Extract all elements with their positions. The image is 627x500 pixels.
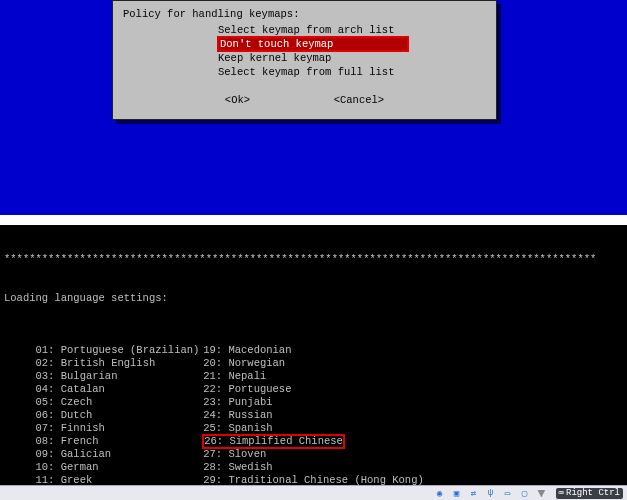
list-item: 23: Punjabi	[203, 396, 443, 409]
dialog-title: Policy for handling keymaps:	[123, 7, 486, 21]
list-item: 06: Dutch	[29, 409, 203, 422]
list-item: 19: Macedonian	[203, 344, 443, 357]
option-keep-kernel[interactable]: Keep kernel keymap	[218, 51, 486, 65]
list-item: 09: Galician	[29, 448, 203, 461]
disc-icon[interactable]: ◉	[433, 487, 447, 499]
terminal[interactable]: ****************************************…	[0, 225, 627, 485]
keyboard-icon: ⌨	[559, 488, 564, 499]
list-item: 02: British English	[29, 357, 203, 370]
option-full-list[interactable]: Select keymap from full list	[218, 65, 486, 79]
display-icon[interactable]: ▢	[518, 487, 532, 499]
list-item: 26: Simplified Chinese	[203, 435, 443, 448]
language-col-2: 19: Macedonian20: Norwegian21: Nepali22:…	[203, 344, 443, 500]
terminal-header: Loading language settings:	[4, 292, 623, 305]
list-item: 07: Finnish	[29, 422, 203, 435]
cancel-button[interactable]: <Cancel>	[334, 93, 384, 107]
list-item: 20: Norwegian	[203, 357, 443, 370]
separator-stars: ****************************************…	[4, 253, 623, 266]
host-key-indicator: ⌨ Right Ctrl	[556, 488, 623, 499]
option-arch-list[interactable]: Select keymap from arch list	[218, 23, 486, 37]
list-item: 01: Portuguese (Brazilian)	[29, 344, 203, 357]
list-item: 03: Bulgarian	[29, 370, 203, 383]
list-item: 04: Catalan	[29, 383, 203, 396]
list-item: 08: French	[29, 435, 203, 448]
list-item: 27: Sloven	[203, 448, 443, 461]
language-columns: 01: Portuguese (Brazilian) 02: British E…	[4, 331, 623, 500]
dialog-options-list: Select keymap from arch list Don't touch…	[218, 23, 486, 79]
ok-button[interactable]: <Ok>	[225, 93, 250, 107]
dialog-buttons: <Ok> <Cancel>	[123, 93, 486, 107]
option-dont-touch[interactable]: Don't touch keymap	[218, 37, 408, 51]
usb-icon[interactable]: ψ	[484, 487, 498, 499]
shared-folder-icon[interactable]: ▭	[501, 487, 515, 499]
list-item: 21: Nepali	[203, 370, 443, 383]
hdd-icon[interactable]: ▣	[450, 487, 464, 499]
highlighted-language: 26: Simplified Chinese	[203, 435, 344, 448]
list-item: 05: Czech	[29, 396, 203, 409]
vm-statusbar: ◉ ▣ ⇄ ψ ▭ ▢ ⯆ ⌨ Right Ctrl	[0, 485, 627, 500]
keymap-policy-dialog: Policy for handling keymaps: Select keym…	[112, 0, 497, 120]
list-item: 24: Russian	[203, 409, 443, 422]
list-item: 10: German	[29, 461, 203, 474]
mouse-capture-icon[interactable]: ⯆	[535, 487, 549, 499]
language-col-1: 01: Portuguese (Brazilian) 02: British E…	[29, 344, 203, 500]
list-item: 25: Spanish	[203, 422, 443, 435]
network-icon[interactable]: ⇄	[467, 487, 481, 499]
list-item: 28: Swedish	[203, 461, 443, 474]
list-item: 22: Portuguese	[203, 383, 443, 396]
